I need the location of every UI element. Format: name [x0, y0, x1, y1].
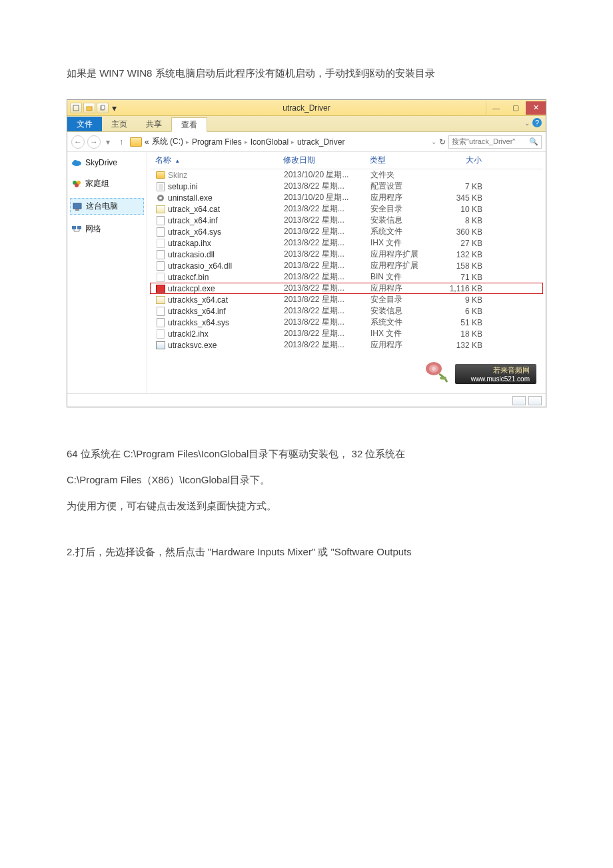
- file-name: utrackl2.ihx: [168, 329, 209, 339]
- chevron-right-icon: ▸: [245, 139, 248, 145]
- up-button[interactable]: ↑: [115, 136, 127, 148]
- svg-rect-10: [75, 209, 79, 211]
- cat-icon: [156, 205, 165, 214]
- file-size: 9 KB: [437, 295, 490, 305]
- file-row[interactable]: utrackcf.bin2013/8/22 星期...BIN 文件71 KB: [150, 271, 543, 283]
- titlebar: ▾ utrack_Driver — ▢ ✕: [67, 100, 546, 116]
- file-pane: 名称 ▴ 修改日期 类型 大小 Skinz2013/10/20 星期...文件夹…: [147, 152, 546, 393]
- help-icon[interactable]: ?: [532, 118, 542, 127]
- column-name[interactable]: 名称 ▴: [150, 155, 283, 166]
- breadcrumb-dropdown-icon[interactable]: ⌄: [431, 138, 436, 145]
- view-details-icon[interactable]: [512, 396, 526, 405]
- search-input[interactable]: 搜索"utrack_Driver" 🔍: [448, 135, 542, 149]
- file-row[interactable]: setup.ini2013/8/22 星期...配置设置7 KB: [150, 181, 543, 192]
- history-dropdown-icon[interactable]: ▾: [103, 135, 113, 149]
- file-row[interactable]: utrack_x64.cat2013/8/22 星期...安全目录10 KB: [150, 203, 543, 215]
- refresh-icon[interactable]: ↻: [439, 137, 446, 147]
- file-date: 2013/8/22 星期...: [284, 271, 370, 283]
- watermark-url: www.music521.com: [471, 375, 530, 383]
- view-large-icon[interactable]: [528, 396, 542, 405]
- file-row[interactable]: utrackcpl.exe2013/8/22 星期...应用程序1,116 KB: [150, 283, 543, 294]
- rose-icon: [420, 358, 450, 385]
- file-row[interactable]: Skinz2013/10/20 星期...文件夹: [150, 169, 543, 181]
- file-row[interactable]: utrackl2.ihx2013/8/22 星期...IHX 文件18 KB: [150, 328, 543, 339]
- file-size: 51 KB: [437, 318, 490, 327]
- sidebar-item-label: 这台电脑: [86, 201, 118, 212]
- breadcrumb[interactable]: « 系统 (C:) ▸ Program Files ▸ IconGlobal ▸…: [145, 136, 428, 147]
- tab-view[interactable]: 查看: [171, 117, 207, 132]
- cloud-icon: [71, 158, 82, 167]
- forward-button[interactable]: →: [87, 135, 101, 149]
- window-title: utrack_Driver: [67, 103, 546, 113]
- sys-icon: [156, 227, 165, 237]
- file-row[interactable]: utrackks_x64.cat2013/8/22 星期...安全目录9 KB: [150, 294, 543, 305]
- file-row[interactable]: utrackasio.dll2013/8/22 星期...应用程序扩展132 K…: [150, 249, 543, 260]
- file-row[interactable]: utrackks_x64.inf2013/8/22 星期...安装信息6 KB: [150, 305, 543, 317]
- svg-rect-11: [72, 226, 76, 229]
- file-name: utrackap.ihx: [168, 239, 211, 248]
- inf-icon: [156, 216, 165, 225]
- explorer-body: SkyDrive 家庭组 这台电脑 网络: [67, 152, 546, 393]
- file-row[interactable]: utrackks_x64.sys2013/8/22 星期...系统文件51 KB: [150, 317, 543, 328]
- file-date: 2013/10/20 星期...: [284, 169, 370, 181]
- file-type: 应用程序: [370, 339, 437, 351]
- file-type: 配置设置: [370, 181, 437, 192]
- blank-icon: [156, 239, 165, 248]
- breadcrumb-seg3[interactable]: IconGlobal: [251, 137, 289, 147]
- file-row[interactable]: utrackap.ihx2013/8/22 星期...IHX 文件27 KB: [150, 237, 543, 249]
- column-date[interactable]: 修改日期: [283, 155, 370, 166]
- back-button[interactable]: ←: [71, 135, 85, 149]
- file-row[interactable]: utrack_x64.sys2013/8/22 星期...系统文件360 KB: [150, 226, 543, 237]
- file-date: 2013/8/22 星期...: [284, 283, 370, 294]
- ini-icon: [156, 182, 165, 191]
- sidebar-item-homegroup[interactable]: 家庭组: [70, 176, 144, 191]
- file-name: utrack_x64.cat: [168, 205, 220, 214]
- file-name: utrackasio.dll: [168, 250, 215, 259]
- chevron-right-icon: ▸: [186, 139, 189, 145]
- file-type: 应用程序: [370, 192, 437, 203]
- chevron-right-icon: ▸: [291, 139, 295, 145]
- file-name: utrackks_x64.inf: [168, 307, 226, 316]
- tab-share[interactable]: 共享: [137, 117, 171, 131]
- search-icon[interactable]: 🔍: [529, 137, 538, 146]
- tab-file[interactable]: 文件: [67, 117, 102, 131]
- file-row[interactable]: uninstall.exe2013/10/20 星期...应用程序345 KB: [150, 192, 543, 203]
- status-bar: [67, 393, 546, 407]
- sidebar-item-thispc[interactable]: 这台电脑: [70, 198, 144, 215]
- ribbon-collapse-icon[interactable]: ⌄: [524, 119, 530, 127]
- sidebar-item-skydrive[interactable]: SkyDrive: [70, 156, 144, 169]
- breadcrumb-seg1[interactable]: 系统 (C:): [152, 136, 183, 147]
- svg-point-14: [159, 197, 162, 199]
- doc-paragraph-2: 64 位系统在 C:\Program Files\IconGlobal目录下有驱…: [67, 441, 546, 467]
- file-type: 安全目录: [370, 294, 437, 305]
- sidebar-item-label: SkyDrive: [85, 158, 117, 167]
- sidebar-item-label: 网络: [85, 223, 101, 235]
- file-list: Skinz2013/10/20 星期...文件夹setup.ini2013/8/…: [150, 169, 543, 351]
- file-name: utrack_x64.inf: [168, 216, 218, 225]
- file-name: setup.ini: [168, 182, 198, 191]
- file-type: 应用程序扩展: [370, 249, 437, 260]
- file-size: 158 KB: [437, 261, 490, 271]
- breadcrumb-seg2[interactable]: Program Files: [192, 137, 242, 147]
- inf-icon: [156, 307, 165, 316]
- file-type: IHX 文件: [370, 328, 437, 339]
- sidebar-item-network[interactable]: 网络: [70, 221, 144, 237]
- file-row[interactable]: utracksvc.exe2013/8/22 星期...应用程序132 KB: [150, 339, 543, 351]
- tab-home[interactable]: 主页: [102, 117, 137, 131]
- file-name: utrackks_x64.cat: [168, 295, 228, 305]
- file-row[interactable]: utrack_x64.inf2013/8/22 星期...安装信息8 KB: [150, 215, 543, 226]
- file-date: 2013/8/22 星期...: [284, 317, 370, 328]
- file-name: utrackks_x64.sys: [168, 318, 229, 327]
- file-name: Skinz: [168, 171, 187, 180]
- breadcrumb-seg4[interactable]: utrack_Driver: [297, 137, 344, 147]
- nav-sidebar: SkyDrive 家庭组 这台电脑 网络: [67, 152, 147, 393]
- column-headers: 名称 ▴ 修改日期 类型 大小: [150, 152, 543, 169]
- column-size[interactable]: 大小: [436, 155, 490, 166]
- file-size: 6 KB: [437, 307, 490, 316]
- watermark-area: 若来音频网 www.music521.com: [150, 351, 543, 391]
- svg-point-8: [75, 183, 79, 187]
- file-type: 安装信息: [370, 305, 437, 317]
- column-type[interactable]: 类型: [370, 155, 436, 166]
- doc-follow-paragraphs: 64 位系统在 C:\Program Files\IconGlobal目录下有驱…: [67, 441, 546, 565]
- file-row[interactable]: utrackasio_x64.dll2013/8/22 星期...应用程序扩展1…: [150, 260, 543, 271]
